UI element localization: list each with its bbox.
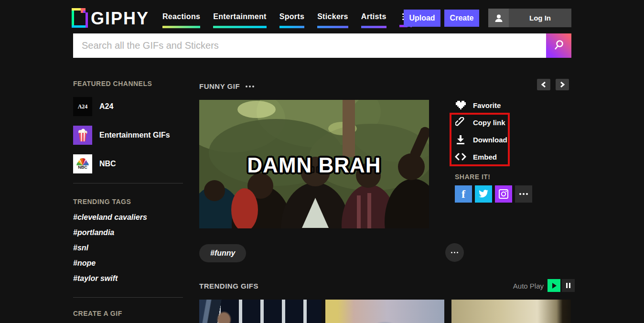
embed-button[interactable]: Embed: [455, 151, 497, 162]
funny-gif-header: FUNNY GIF: [199, 82, 254, 90]
nav-underline: [162, 26, 200, 28]
prev-gif-button[interactable]: [537, 79, 550, 90]
tag-portlandia[interactable]: #portlandia: [73, 228, 114, 237]
channel-item-nbc[interactable]: NBC NBC: [73, 154, 183, 173]
pause-icon: [566, 283, 568, 288]
nbc-avatar: NBC: [73, 154, 92, 173]
play-button[interactable]: [547, 279, 560, 292]
next-gif-button[interactable]: [556, 79, 569, 90]
nav-tab-artists[interactable]: Artists: [361, 12, 386, 28]
ellipsis-icon: [451, 252, 458, 253]
download-icon: [455, 135, 466, 144]
funny-tag-pill[interactable]: #funny: [199, 244, 246, 262]
featured-channels-title: FEATURED CHANNELS: [73, 80, 152, 87]
nav-tab-stickers[interactable]: Stickers: [317, 12, 348, 28]
giphy-page: GIPHY Reactions Entertainment Sports Sti…: [0, 0, 644, 323]
user-avatar-icon: [488, 9, 509, 27]
nav-underline: [317, 26, 348, 28]
upload-button[interactable]: Upload: [404, 10, 440, 27]
share-it-title: SHARE IT!: [455, 173, 491, 181]
tag-nope[interactable]: #nope: [73, 259, 96, 268]
link-icon: [455, 117, 466, 128]
search-button[interactable]: [546, 33, 571, 58]
featured-gif[interactable]: DAMN BRAH: [199, 100, 429, 228]
sidebar-divider: [73, 183, 183, 183]
trending-tags-title: TRENDING TAGS: [73, 198, 131, 205]
tag-taylor-swift[interactable]: #taylor swift: [73, 274, 118, 283]
nav-tab-sports[interactable]: Sports: [279, 12, 304, 28]
channel-name: NBC: [99, 160, 116, 168]
ellipsis-icon: [519, 193, 528, 195]
nav-label: Entertainment: [213, 12, 266, 21]
login-label: Log In: [509, 9, 571, 27]
login-button[interactable]: Log In: [488, 9, 571, 27]
autoplay-label: Auto Play: [510, 282, 544, 290]
trending-gif-thumb[interactable]: [451, 300, 571, 323]
nav-label: Reactions: [162, 12, 200, 21]
copy-link-label: Copy link: [473, 118, 505, 127]
popcorn-avatar: [73, 126, 92, 145]
twitter-icon: [478, 190, 489, 198]
copy-link-button[interactable]: Copy link: [455, 117, 505, 128]
pause-button[interactable]: [562, 279, 575, 292]
facebook-icon: f: [462, 188, 465, 201]
nav-underline: [361, 26, 386, 28]
gif-more-button[interactable]: [445, 243, 464, 262]
nav-underline: [279, 26, 304, 28]
search-input[interactable]: [73, 33, 546, 58]
channel-name: Entertainment GIFs: [99, 131, 170, 140]
section-more-icon[interactable]: [246, 86, 254, 87]
embed-icon: [455, 153, 466, 161]
heart-icon: [455, 101, 466, 109]
create-button[interactable]: Create: [444, 10, 479, 27]
nav-label: Artists: [361, 12, 386, 21]
share-more-tile[interactable]: [515, 185, 532, 203]
nav-underline: [213, 26, 266, 28]
channel-item-entertainment[interactable]: Entertainment GIFs: [73, 126, 183, 145]
section-title: FUNNY GIF: [199, 82, 240, 90]
trending-gif-thumb[interactable]: [325, 300, 444, 323]
giphy-logo-icon[interactable]: [72, 8, 88, 28]
facebook-tile[interactable]: f: [455, 185, 472, 203]
sidebar-divider: [73, 297, 183, 298]
channel-item-a24[interactable]: A24 A24: [73, 97, 183, 116]
nav-tab-reactions[interactable]: Reactions: [162, 12, 200, 28]
download-button[interactable]: Download: [455, 134, 507, 145]
search-bar: [73, 33, 571, 58]
instagram-tile[interactable]: [495, 185, 512, 203]
a24-avatar: A24: [73, 97, 92, 116]
giphy-logo-text[interactable]: GIPHY: [91, 9, 149, 29]
instagram-icon: [498, 189, 509, 199]
favorite-button[interactable]: Favorite: [455, 100, 501, 110]
main-nav: Reactions Entertainment Sports Stickers …: [162, 12, 412, 28]
search-icon: [553, 39, 565, 52]
favorite-label: Favorite: [473, 101, 501, 109]
chevron-left-icon: [541, 82, 546, 87]
download-label: Download: [473, 136, 507, 144]
gif-caption-text: DAMN BRAH: [199, 153, 429, 177]
tag-cleveland-cavaliers[interactable]: #cleveland cavaliers: [73, 213, 147, 222]
nav-label: Stickers: [317, 12, 348, 21]
create-a-gif-title: CREATE A GIF: [73, 310, 122, 317]
nav-label: Sports: [279, 12, 304, 21]
trending-title: TRENDING GIFS: [199, 282, 258, 290]
tag-snl[interactable]: #snl: [73, 244, 88, 252]
twitter-tile[interactable]: [475, 185, 492, 203]
play-icon: [552, 283, 557, 289]
trending-gif-thumb[interactable]: [199, 300, 322, 323]
chevron-right-icon: [560, 82, 565, 87]
nav-tab-entertainment[interactable]: Entertainment: [213, 12, 266, 28]
embed-label: Embed: [473, 153, 497, 161]
channel-name: A24: [99, 102, 113, 111]
trending-gifs-header: TRENDING GIFS: [199, 282, 258, 290]
